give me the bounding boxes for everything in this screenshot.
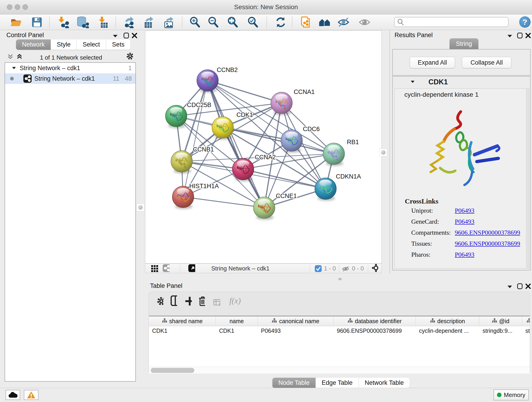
network-panel-gear-icon[interactable]	[126, 53, 133, 60]
grid-view-icon[interactable]	[151, 265, 158, 272]
network-edge[interactable]	[208, 80, 282, 103]
warnings-button[interactable]	[24, 390, 38, 400]
zoom-in-button[interactable]	[188, 16, 202, 29]
refresh-layout-button[interactable]	[274, 16, 287, 29]
crosslink-link[interactable]: 9606.ENSP00000378699	[455, 229, 520, 236]
export-image-button[interactable]	[162, 16, 176, 29]
memory-button[interactable]: Memory	[494, 389, 529, 400]
network-collection-row[interactable]: String Network – cdk1 1	[5, 63, 135, 73]
cell--id[interactable]: stringdb:9...	[479, 326, 522, 335]
network-view-icon[interactable]	[163, 265, 170, 272]
results-panel-menu-icon[interactable]	[506, 32, 513, 39]
table-panel-menu-icon[interactable]	[506, 283, 513, 290]
horizontal-splitter-handle[interactable]	[338, 278, 342, 280]
network-edge[interactable]	[208, 80, 334, 154]
network-node-HIST1H1A[interactable]	[172, 186, 194, 209]
table-hscrollbar-thumb[interactable]	[151, 368, 194, 373]
tab-sets[interactable]: Sets	[106, 39, 130, 50]
tab-network[interactable]: Network	[16, 39, 51, 50]
network-node-CDC25B[interactable]	[165, 105, 187, 128]
protein-collapse-icon[interactable]	[411, 80, 415, 83]
zoom-out-button[interactable]	[207, 16, 220, 29]
import-table-from-file-button[interactable]	[97, 16, 110, 29]
cell-canonical-name[interactable]: P06493	[258, 326, 334, 335]
column-header-name[interactable]: name	[216, 316, 258, 326]
tab-style[interactable]: Style	[51, 39, 77, 50]
cell-shared-name[interactable]: CDK1	[149, 326, 216, 335]
add-column-icon[interactable]	[185, 298, 192, 305]
results-panel-float-icon[interactable]	[516, 32, 523, 39]
table-panel-float-icon[interactable]	[516, 283, 523, 290]
detach-view-icon[interactable]	[188, 265, 195, 272]
control-panel-close-icon[interactable]	[131, 32, 138, 39]
network-node-CCNE1[interactable]	[253, 197, 275, 220]
results-scrollbar[interactable]	[526, 89, 529, 269]
zoom-fit-button[interactable]	[226, 16, 239, 29]
cloud-button[interactable]	[6, 390, 20, 400]
save-session-button[interactable]	[30, 16, 44, 29]
network-node-CCNA1[interactable]	[271, 92, 292, 115]
delete-column-icon[interactable]	[198, 297, 205, 304]
zoom-selected-button[interactable]	[246, 16, 260, 29]
export-table-button[interactable]	[142, 16, 155, 29]
collapse-all-button[interactable]: Collapse All	[462, 57, 511, 68]
expand-all-button[interactable]: Expand All	[410, 57, 455, 68]
export-network-button[interactable]	[123, 16, 136, 29]
cell-namespace[interactable]: stringdb	[522, 326, 530, 335]
column-header-shared-name[interactable]: shared name	[149, 316, 216, 326]
tab-edge-table[interactable]: Edge Table	[316, 378, 359, 388]
select-columns-icon[interactable]	[170, 297, 177, 304]
network-node-CDC6[interactable]	[281, 130, 302, 153]
table-hscrollbar[interactable]	[149, 367, 530, 374]
search-input[interactable]	[406, 18, 508, 26]
collapse-all-networks-icon[interactable]	[7, 53, 14, 60]
network-row[interactable]: String Network – cdk1 11 48	[5, 73, 135, 84]
import-network-from-database-button[interactable]	[76, 16, 89, 29]
help-button[interactable]: ?	[519, 16, 531, 28]
birds-eye-crosshair-icon[interactable]	[372, 264, 379, 271]
column-header-database-identifier[interactable]: database identifier	[334, 316, 416, 326]
search-field[interactable]	[394, 17, 509, 27]
string-network-graph[interactable]: CCNB2CCNA1CDC25BCDK1CDC6RB1CCNB1CCNA2CDK…	[145, 31, 381, 263]
network-node-CDK1[interactable]	[212, 117, 234, 140]
control-panel-menu-icon[interactable]	[112, 32, 119, 39]
cell-name[interactable]: CDK1	[216, 326, 258, 335]
expand-all-networks-icon[interactable]	[16, 53, 23, 60]
tree-expand-icon[interactable]	[12, 66, 16, 70]
column-header--id[interactable]: @id	[479, 316, 522, 326]
network-edge[interactable]	[183, 197, 264, 208]
show-all-button[interactable]	[358, 16, 371, 29]
first-neighbors-button[interactable]	[318, 16, 332, 29]
network-node-CCNB1[interactable]	[171, 151, 192, 173]
hide-selected-button[interactable]	[337, 16, 350, 29]
control-panel-float-icon[interactable]	[123, 32, 130, 39]
tab-select[interactable]: Select	[77, 39, 106, 50]
new-network-from-selection-button[interactable]	[300, 16, 313, 29]
crosslink-link[interactable]: P06493	[455, 207, 475, 214]
cell-description[interactable]: cyclin-dependent ...	[416, 326, 479, 335]
import-network-from-file-button[interactable]	[56, 16, 70, 29]
vertical-splitter[interactable]	[389, 31, 390, 274]
results-panel-close-icon[interactable]	[525, 32, 532, 39]
crosslink-link[interactable]: P06493	[455, 251, 475, 258]
column-header-canonical-name[interactable]: canonical name	[258, 316, 334, 326]
network-canvas[interactable]: CCNB2CCNA1CDC25BCDK1CDC6RB1CCNB1CCNA2CDK…	[145, 31, 382, 264]
hidden-eye-icon[interactable]	[342, 265, 349, 272]
open-session-button[interactable]	[10, 16, 23, 29]
crosslink-link[interactable]: P06493	[455, 218, 475, 225]
table-panel-close-icon[interactable]	[525, 283, 532, 290]
column-header-description[interactable]: description	[416, 316, 479, 326]
right-splitter-handle[interactable]	[380, 148, 387, 156]
left-splitter-handle[interactable]	[137, 204, 144, 211]
crosslink-link[interactable]: 9606.ENSP00000378699	[455, 240, 520, 247]
table-row[interactable]: CDK1CDK1P064939606.ENSP00000378699cyclin…	[149, 326, 530, 335]
results-tab-string[interactable]: String	[450, 38, 478, 49]
network-edge[interactable]	[183, 80, 208, 197]
column-header-namespace[interactable]: namespace	[522, 316, 530, 326]
network-node-CDKN1A[interactable]	[315, 178, 336, 201]
cell-database-identifier[interactable]: 9606.ENSP00000378699	[334, 326, 416, 335]
selected-checkbox-icon[interactable]	[315, 265, 322, 272]
tab-network-table[interactable]: Network Table	[359, 378, 410, 388]
tab-node-table[interactable]: Node Table	[272, 378, 316, 388]
node-table[interactable]: shared namenamecanonical namedatabase id…	[149, 316, 530, 374]
